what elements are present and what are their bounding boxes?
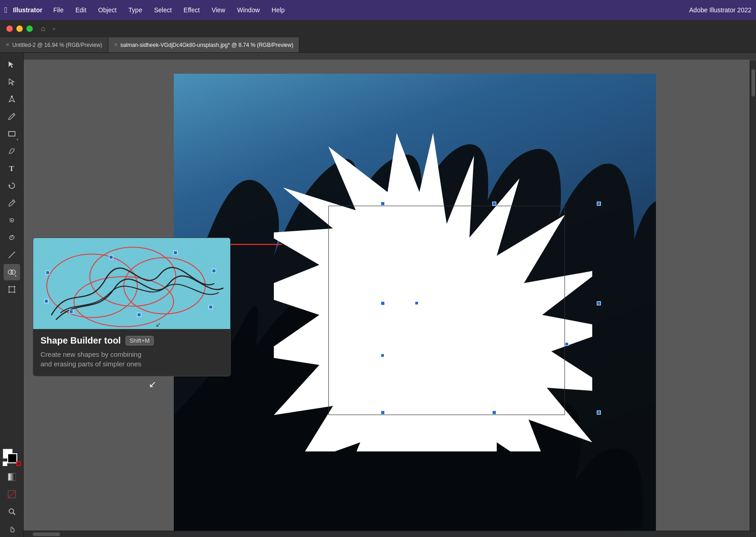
tooltip-shortcut: Shift+M (126, 336, 154, 345)
star-shape (274, 133, 592, 451)
menubar:  Illustrator File Edit Object Type Sele… (0, 0, 756, 20)
svg-point-7 (9, 218, 10, 219)
shape-builder-tool[interactable] (4, 264, 20, 280)
svg-rect-48 (45, 299, 48, 303)
svg-point-9 (10, 222, 10, 222)
tooltip-popup: ↙ Shape Builder tool Shift+M Create new … (33, 238, 231, 376)
svg-rect-2 (9, 132, 15, 136)
spray-tool[interactable] (4, 212, 20, 228)
tooltip-title-row: Shape Builder tool Shift+M (40, 335, 223, 346)
svg-rect-47 (70, 310, 73, 314)
home-icon[interactable]: ⌂ (41, 25, 45, 33)
svg-rect-16 (9, 287, 15, 292)
tab-photo[interactable]: ✕ salman-sidheek-VGdjDc4Gk80-unsplash.jp… (108, 37, 299, 52)
menu-effect[interactable]: Effect (179, 5, 205, 15)
svg-point-6 (11, 220, 12, 221)
handle-tr (597, 202, 601, 206)
tab-label-2: salman-sidheek-VGdjDc4Gk80-unsplash.jpg*… (121, 42, 293, 48)
handle-mr (597, 301, 601, 305)
app-title: Adobe Illustrator 2022 (689, 6, 751, 14)
svg-line-4 (12, 201, 14, 203)
svg-rect-42 (109, 255, 113, 259)
minimize-button[interactable] (16, 25, 23, 32)
svg-text:T: T (9, 165, 14, 172)
tooltip-description: Create new shapes by combining and erasi… (40, 350, 223, 369)
svg-point-28 (9, 509, 14, 513)
zoom-tool[interactable] (4, 503, 20, 520)
svg-marker-30 (274, 133, 592, 451)
canvas[interactable]: ↙ Shape Builder tool Shift+M Create new … (24, 60, 750, 531)
hand-tool[interactable] (4, 521, 20, 537)
none-fill-button[interactable] (4, 486, 20, 502)
svg-line-27 (8, 491, 15, 498)
menu-view[interactable]: View (207, 5, 230, 15)
gradient-tool-bottom[interactable] (4, 469, 20, 485)
rectangle-tool[interactable]: ▼ (4, 126, 20, 142)
menu-select[interactable]: Select (150, 5, 176, 15)
svg-rect-44 (212, 269, 216, 273)
svg-line-1 (13, 114, 14, 116)
menu-object[interactable]: Object (94, 5, 121, 15)
handle-tm (492, 202, 496, 206)
handle-br (597, 410, 601, 415)
tab-label-1: Untitled-2 @ 16.94 % (RGB/Preview) (12, 42, 102, 48)
menu-window[interactable]: Window (232, 5, 264, 15)
eyedropper-tool[interactable] (4, 195, 20, 211)
type-tool[interactable]: T (4, 160, 20, 177)
swap-fill-stroke[interactable] (3, 461, 7, 466)
fill-stroke-indicator[interactable] (3, 449, 21, 466)
svg-text:↙: ↙ (156, 321, 161, 328)
handle-ex2 (381, 354, 384, 357)
tooltip-tool-name: Shape Builder tool (40, 335, 121, 346)
svg-rect-46 (137, 313, 141, 317)
tabbar: ✕ Untitled-2 @ 16.94 % (RGB/Preview) ✕ s… (0, 37, 756, 53)
svg-line-15 (15, 275, 16, 277)
cursor: ↙ (149, 379, 156, 390)
toolbar-left: ▼ T (0, 53, 24, 537)
ruler-horizontal (24, 53, 756, 60)
menu-file[interactable]: File (49, 5, 68, 15)
selection-tool[interactable] (4, 56, 20, 73)
stroke-box (7, 453, 17, 463)
handle-ex1 (415, 301, 418, 305)
tooltip-preview: ↙ (33, 238, 230, 329)
svg-rect-25 (8, 473, 15, 481)
svg-rect-45 (209, 305, 212, 309)
handle-tl (381, 202, 385, 206)
tab-close-1[interactable]: ✕ (5, 42, 10, 48)
rotate-tool[interactable] (4, 177, 20, 194)
menu-help[interactable]: Help (267, 5, 289, 15)
handle-ex3 (565, 342, 569, 346)
artboard-tool[interactable] (4, 281, 20, 298)
close-button[interactable] (6, 25, 13, 32)
panel-collapse[interactable]: « (53, 26, 59, 31)
scrollbar-thumb-v[interactable] (751, 69, 755, 96)
svg-point-0 (11, 96, 13, 97)
tooltip-body: Shape Builder tool Shift+M Create new sh… (33, 329, 230, 376)
menu-type[interactable]: Type (124, 5, 146, 15)
main-layout: ▼ T (0, 53, 756, 537)
window-controls: ⌂ (0, 20, 52, 37)
svg-rect-41 (46, 271, 50, 274)
tab-close-2[interactable]: ✕ (114, 42, 118, 48)
measure-tool[interactable] (4, 247, 20, 263)
svg-line-29 (13, 513, 15, 515)
reset-fill-stroke[interactable] (16, 461, 21, 466)
maximize-button[interactable] (26, 25, 33, 32)
handle-bm (492, 410, 496, 415)
tab-untitled[interactable]: ✕ Untitled-2 @ 16.94 % (RGB/Preview) (0, 37, 108, 52)
pencil-tool[interactable] (4, 108, 20, 125)
scrollbar-horizontal[interactable] (24, 531, 756, 537)
svg-rect-43 (174, 251, 177, 254)
direct-selection-tool[interactable] (4, 74, 20, 90)
lasso-tool[interactable] (4, 229, 20, 246)
artboard-photo (174, 74, 656, 531)
apple-menu[interactable]:  (5, 5, 8, 15)
eraser-tool[interactable] (4, 143, 20, 159)
scrollbar-vertical[interactable] (750, 60, 756, 531)
handle-ml (381, 301, 385, 305)
menu-edit[interactable]: Edit (71, 5, 91, 15)
scrollbar-thumb-h[interactable] (33, 532, 60, 536)
handle-bl (381, 410, 385, 415)
pen-tool[interactable] (4, 91, 20, 107)
